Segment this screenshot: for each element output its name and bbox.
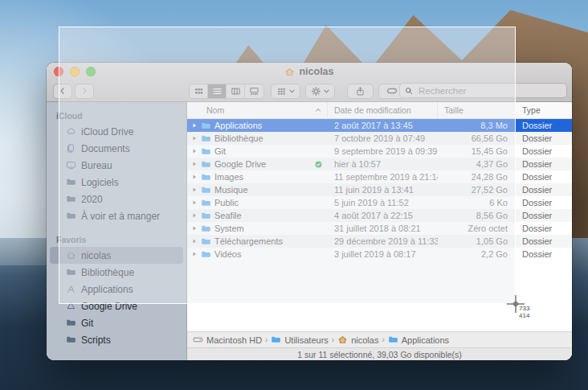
file-date: 5 juin 2019 à 11:52 [328,198,438,207]
sidebar-item-bureau[interactable]: Bureau [50,157,183,174]
disclosure-triangle-icon[interactable] [191,174,198,180]
title-bar[interactable]: nicolas [47,63,572,80]
file-size: 4,37 Go [438,159,516,169]
zoom-button[interactable] [86,67,96,76]
sidebar-item-applications[interactable]: Applications [50,281,183,298]
file-row-applications[interactable]: Applications 2 août 2017 à 13:45 8,3 Mo … [187,119,572,132]
file-size: 2,2 Go [438,249,516,259]
breadcrumb-item-utilisateurs[interactable]: Utilisateurs [271,335,328,345]
gallery-view-button[interactable] [245,84,263,98]
sidebar-item-biblioth-que[interactable]: Bibliothèque [50,264,183,281]
file-row-images[interactable]: Images 11 septembre 2019 à 21:14 24,28 G… [187,170,572,183]
file-size: 66,56 Go [438,133,516,143]
breadcrumb-label: Applications [402,335,449,345]
minimize-button[interactable] [70,67,80,76]
file-type: Dossier [516,121,572,130]
file-name: System [214,224,244,233]
folder-icon [201,146,211,157]
group-menu-button[interactable] [271,84,300,99]
sidebar-item-google-drive[interactable]: Google Drive [50,298,183,314]
window-title: nicolas [47,66,572,77]
sidebar-item-documents[interactable]: Documents [50,140,183,157]
column-header-date-de-modification[interactable]: Date de modification [328,102,438,118]
close-button[interactable] [54,67,63,76]
breadcrumb-separator: › [265,335,267,344]
sidebar-section-title: iCloud [47,109,186,123]
list-view-button[interactable] [208,84,227,98]
hdd-icon [193,335,203,345]
file-row-seafile[interactable]: Seafile 4 août 2017 à 22:15 8,56 Go Doss… [187,209,572,222]
folder-icon [201,185,211,195]
home-orange-icon [337,335,348,345]
file-row-git[interactable]: Git 9 septembre 2019 à 09:39 15,45 Go Do… [187,145,572,158]
disclosure-triangle-icon[interactable] [191,148,198,154]
breadcrumb-item-macintosh-hd[interactable]: Macintosh HD [193,335,262,345]
folder-icon [66,194,76,204]
file-row-biblioth-que[interactable]: Bibliothèque 7 octobre 2019 à 07:49 66,5… [187,132,572,145]
sidebar-item-label: Logiciels [81,177,119,188]
share-button[interactable] [347,84,374,99]
disclosure-triangle-icon[interactable] [191,122,198,129]
file-name: Seafile [214,211,242,220]
home-icon [66,250,76,261]
disclosure-triangle-icon[interactable] [191,135,198,142]
breadcrumb-label: Macintosh HD [206,335,262,345]
file-row-musique[interactable]: Musique 11 juin 2019 à 13:41 27,52 Go Do… [187,183,572,196]
file-type: Dossier [516,249,572,259]
window-title-text: nicolas [299,66,333,77]
disclosure-triangle-icon[interactable] [191,225,198,232]
search-field[interactable] [399,83,567,98]
sidebar-item--voir-et-manger[interactable]: À voir et à manger [50,207,183,224]
disclosure-triangle-icon[interactable] [191,161,198,167]
sidebar-item-label: Applications [81,284,133,295]
file-date: 11 juin 2019 à 13:41 [328,185,438,195]
file-type: Dossier [516,146,572,156]
disclosure-triangle-icon[interactable] [191,238,198,244]
column-header-label: Nom [206,105,224,115]
file-date: 7 octobre 2019 à 07:49 [328,133,438,143]
sidebar-item-scripts[interactable]: Scripts [50,331,183,348]
breadcrumb-item-applications[interactable]: Applications [388,335,449,345]
sidebar-item-label: Scripts [81,335,111,346]
folder-icon [66,267,76,277]
column-header-nom[interactable]: Nom [187,102,328,118]
disclosure-triangle-icon[interactable] [191,199,198,206]
file-row-t-l-chargements[interactable]: Téléchargements 29 décembre 2019 à 11:33… [187,235,572,248]
sidebar-item-icloud-drive[interactable]: iCloud Drive [50,123,183,140]
sidebar-item-git[interactable]: Git [50,314,183,331]
forward-button[interactable] [75,84,94,99]
file-type: Dossier [516,224,572,233]
file-name: Musique [214,185,248,195]
search-input[interactable] [417,85,562,96]
folder-icon [66,318,76,328]
breadcrumb-item-nicolas[interactable]: nicolas [337,335,378,345]
action-menu-button[interactable] [305,84,335,99]
sidebar-item-label: Bureau [81,160,112,171]
list-empty-area[interactable] [187,261,572,331]
file-type: Dossier [516,198,572,207]
file-row-system[interactable]: System 31 juillet 2018 à 08:21 Zéro octe… [187,222,572,235]
back-button[interactable] [53,84,72,99]
file-row-vid-os[interactable]: Vidéos 3 juillet 2019 à 08:17 2,2 Go Dos… [187,248,572,261]
breadcrumb-separator: › [382,335,384,344]
disclosure-triangle-icon[interactable] [191,212,198,219]
desktop-icon [66,160,76,170]
sidebar-item-logiciels[interactable]: Logiciels [50,174,183,191]
icon-view-button[interactable] [190,84,208,98]
folder-icon [66,211,76,221]
column-header-type[interactable]: Type [516,102,572,118]
file-size: 15,45 Go [438,146,516,156]
column-view-button[interactable] [227,84,245,98]
cloud-icon [66,126,76,137]
file-row-google-drive[interactable]: Google Drive hier à 10:57 4,37 Go Dossie… [187,158,572,170]
sidebar-item-2020[interactable]: 2020 [50,191,183,207]
file-type: Dossier [516,133,572,143]
disclosure-triangle-icon[interactable] [191,251,198,257]
file-type: Dossier [516,185,572,195]
disclosure-triangle-icon[interactable] [191,187,198,193]
column-header-taille[interactable]: Taille [438,102,516,118]
column-header-label: Date de modification [334,105,411,115]
file-row-public[interactable]: Public 5 juin 2019 à 11:52 6 Ko Dossier [187,196,572,209]
column-header-label: Taille [444,105,463,115]
sidebar-item-nicolas[interactable]: nicolas [50,247,183,264]
